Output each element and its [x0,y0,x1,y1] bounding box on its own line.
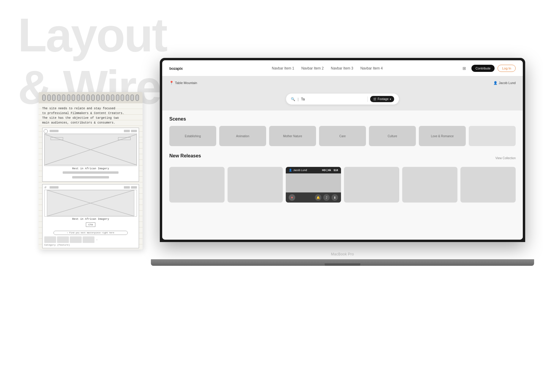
login-button[interactable]: Log In [498,65,516,72]
ring [96,94,100,101]
search-area: 🔍 | Ta 🎬 Footage ▾ [162,89,523,110]
release-card-featured[interactable]: 👤 Jacob Lund HD | 6k $18 ♥ [286,167,341,203]
release-card-1[interactable] [169,167,225,203]
sketch-title-2: Rest in African Imagery [72,218,109,221]
nav-grid-icon[interactable]: ⊞ [460,64,468,72]
nav-item-2[interactable]: Navbar Item 2 [301,66,323,70]
scene-card-establishing[interactable]: Establishing [169,126,216,146]
notebook-line-3: The site has the objective of targeting … [42,116,139,121]
nav-logo: bozapix [169,66,183,71]
release-card-2[interactable] [228,167,283,203]
scene-card-care[interactable]: Care [319,126,366,146]
heart-button[interactable]: ♥ [289,194,295,201]
navbar: bozapix Navbar Item 1 Navbar Item 2 Navb… [162,60,523,76]
notebook-rings [39,92,143,103]
ring [121,94,124,101]
releases-grid: 👤 Jacob Lund HD | 6k $18 ♥ [169,167,516,203]
location-bar: 📍 Table Mountain 👤 Jacob Lund [162,76,523,89]
ring [52,94,56,101]
scene-card-animation[interactable]: Animation [219,126,266,146]
location-label: 📍 Table Mountain [169,81,197,85]
card-overlay: 👤 Jacob Lund HD | 6k $18 [286,167,341,173]
ring [62,94,65,101]
share-icon-btn[interactable]: ⤴ [323,194,330,201]
ring [57,94,61,101]
search-divider [367,97,368,102]
sketch-box-2: ② Rest in African Imagery [42,184,139,248]
release-card-5[interactable] [402,167,457,203]
author-name: Jacob Lund [293,169,307,172]
nav-item-3[interactable]: Navbar Item 3 [331,66,353,70]
bell-icon-btn[interactable]: 🔔 [315,194,321,201]
main-content: Scenes Establishing Animation Mother Nat… [162,110,523,240]
action-icons: 🔔 ⤴ ⬇ [315,194,338,201]
nav-item-1[interactable]: Navbar Item 1 [272,66,294,70]
scene-card-nature[interactable]: Mother Nature [269,126,316,146]
ring [77,94,80,101]
ring [86,94,90,101]
notebook-text: The site needs to relate and stay focuse… [42,106,139,125]
release-card-4[interactable] [344,167,399,203]
ring [101,94,105,101]
chevron-down-icon: ▾ [390,98,391,101]
download-icon-btn[interactable]: ⬇ [332,194,338,201]
nav-items: Navbar Item 1 Navbar Item 2 Navbar Item … [195,66,460,70]
card-actions: ♥ 🔔 ⤴ ⬇ [286,192,341,203]
ring [135,94,139,101]
search-input-text[interactable]: Ta [301,97,365,101]
user-name: Jacob Lund [499,81,516,85]
sketch-categories: → [44,236,137,243]
camera-icon: 🎬 [373,98,376,101]
ring [91,94,95,101]
laptop-container: bozapix Navbar Item 1 Navbar Item 2 Navb… [160,58,543,266]
scenes-grid: Establishing Animation Mother Nature Car… [169,126,516,146]
scene-card-extra[interactable] [469,126,516,146]
notebook: The site needs to relate and stay focuse… [39,92,143,249]
release-card-6[interactable] [460,167,516,203]
ring [116,94,119,101]
notebook-line-4: main audiences, contributors & consumers… [42,121,139,125]
sketch-search-bar: ○ Find you next masterpiece right here [53,231,128,235]
user-info: 👤 Jacob Lund [493,81,516,85]
footage-button[interactable]: 🎬 Footage ▾ [370,96,394,102]
bg-title-line1: Layout [18,9,284,61]
notebook-content: The site needs to relate and stay focuse… [39,103,143,249]
laptop-base: MacBook Pro [151,259,534,266]
nav-item-4[interactable]: Navbar Item 4 [360,66,383,70]
sketch-title-1: Rest in African Imagery [72,167,109,170]
scene-card-romance[interactable]: Love & Romance [419,126,466,146]
ring [72,94,75,101]
sketch-cta: CTA [86,222,95,227]
sketch-cat-label: → [96,238,97,241]
sketch-line-2 [72,176,109,178]
ring [130,94,134,101]
laptop-screen-bezel: bozapix Navbar Item 1 Navbar Item 2 Navb… [160,58,525,242]
author-icon: 👤 [289,169,292,172]
sketch-search-text: Find you next masterpiece right here [70,232,114,234]
footage-label: Footage [378,97,389,101]
sketch-search-container: ○ Find you next masterpiece right here [44,230,137,235]
sketch-label-2: Rest in African Imagery CTA [44,216,137,228]
ring [42,94,46,101]
card-resolution: HD | 6k [322,169,331,172]
ring [81,94,85,101]
frame-number-2: ② [44,186,46,189]
card-meta: HD | 6k $18 [322,169,338,172]
sketch-area-1: Rest in African Imagery ② [42,128,139,248]
macbook-label: MacBook Pro [331,252,354,256]
view-collection-link[interactable]: View Collection [495,157,516,160]
ring [126,94,129,101]
search-cursor: | [298,97,299,101]
user-icon: 👤 [493,81,498,85]
scene-card-culture[interactable]: Culture [369,126,416,146]
laptop-screen: bozapix Navbar Item 1 Navbar Item 2 Navb… [162,60,523,240]
ring [67,94,70,101]
notebook-line-2: to professional Filmmakers & Content Cre… [42,111,139,116]
sketch-category-text: Category (Feature) [44,244,70,246]
card-price: $18 [334,169,338,172]
contribute-button[interactable]: Contribute [471,65,495,72]
website: bozapix Navbar Item 1 Navbar Item 2 Navb… [162,60,523,240]
notebook-line-1: The site needs to relate and stay focuse… [42,106,139,111]
releases-header: New Releases View Collection [169,153,516,163]
location-pin-icon: 📍 [169,81,174,85]
